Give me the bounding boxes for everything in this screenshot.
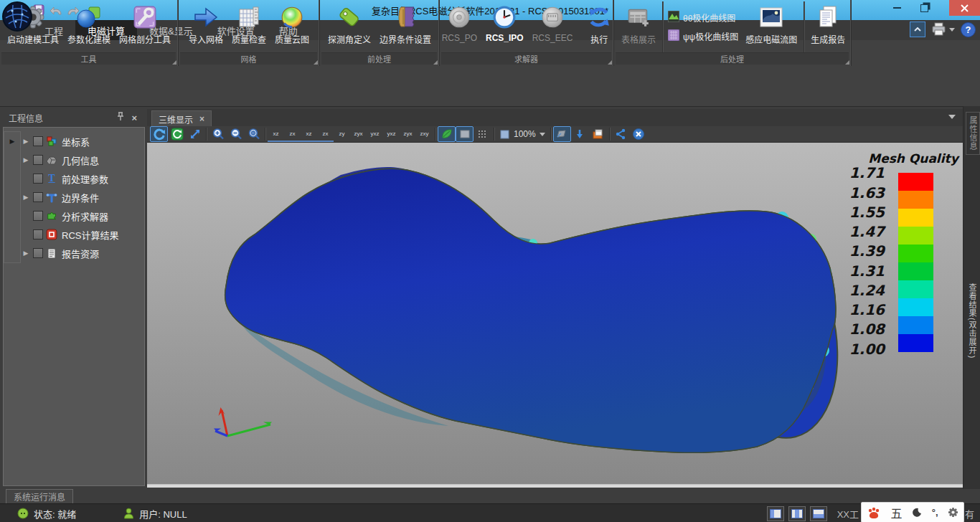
mesh-partition-tool-button[interactable]: 网格剖分工具 [115, 1, 175, 54]
expander-icon[interactable]: ▶ [21, 138, 31, 145]
help-button[interactable]: ? [961, 22, 976, 37]
theta-polar-curve-button[interactable]: θθ极化曲线图 [668, 11, 738, 24]
tree-item-geometry-info[interactable]: ▶ 几何信息 [4, 151, 143, 169]
quality-cloud-button[interactable]: 质量云图 [270, 1, 314, 54]
zoom-level-dropdown[interactable]: 100% [496, 127, 548, 141]
group-expand-icon[interactable] [608, 60, 612, 65]
spin-view-button[interactable] [168, 126, 186, 142]
group-expand-icon[interactable] [845, 60, 849, 65]
tab-view-results[interactable]: 查看结果(双击展开) [966, 264, 979, 379]
view-zy-button[interactable]: zy [334, 126, 350, 142]
tree-item-preprocess-params[interactable]: T 前处理参数 [4, 169, 143, 188]
tree-item-rcs-results[interactable]: RCS计算结果 [4, 225, 143, 244]
tree-checkbox[interactable] [33, 192, 43, 202]
zoom-in-button[interactable] [209, 126, 227, 142]
capture-window-button[interactable] [589, 126, 607, 142]
panel-close-icon[interactable]: × [131, 113, 137, 123]
tree-item-report-resources[interactable]: ▶ 报告资源 [4, 244, 143, 262]
rcs-eec-button[interactable]: RCS_EEC [528, 1, 578, 54]
tree-item-boundary-condition[interactable]: ▶ 边界条件 [4, 188, 143, 207]
drop-down-view-button[interactable] [571, 126, 589, 142]
project-tree: ▶ ▶ 坐标系 ▶ 几何信息 T 前处理参数 ▶ 边界条件 [3, 127, 145, 486]
tree-gutter-cell[interactable] [4, 169, 21, 189]
zoom-fit-button[interactable] [245, 126, 263, 142]
viewport-bottom-scroll-strip[interactable] [147, 484, 963, 488]
group-expand-icon[interactable] [314, 60, 318, 65]
ribbon-group-preprocess: 探测角定义 边界条件设置 前处理 [320, 0, 440, 66]
import-mesh-button[interactable]: 导入网格 [184, 1, 227, 54]
tree-gutter-cell[interactable] [4, 188, 21, 207]
rcs-po-button[interactable]: RCS_PO [438, 1, 481, 54]
rotate-view-button[interactable] [150, 126, 168, 142]
psi-polar-curve-button[interactable]: ψψ极化曲线图 [668, 29, 738, 43]
table-display-button[interactable]: 表格展示 [617, 1, 660, 54]
app-logo-icon[interactable] [1, 1, 33, 32]
tab-property-info[interactable]: 属性信息 [966, 112, 980, 155]
pan-view-button[interactable] [186, 126, 204, 142]
tree-gutter-cell[interactable] [4, 225, 21, 245]
view-zx2-button[interactable]: zx [317, 126, 334, 142]
close-button[interactable] [949, 0, 980, 16]
pin-icon[interactable] [117, 112, 124, 123]
view-iso1-button[interactable]: zyx [350, 126, 367, 142]
generate-report-button[interactable]: 生成报告 [806, 1, 849, 54]
expander-icon[interactable]: ▶ [21, 156, 31, 163]
tree-gutter-cell[interactable] [4, 207, 21, 226]
tab-system-messages[interactable]: 系统运行消息 [6, 489, 73, 503]
tree-item-analysis-solver[interactable]: 分析求解器 [4, 207, 143, 225]
group-expand-icon[interactable] [172, 60, 176, 65]
tab-close-icon[interactable]: × [199, 114, 204, 124]
flat-mode-button[interactable] [456, 126, 473, 142]
induced-current-map-button[interactable]: 感应电磁流图 [741, 1, 801, 54]
ime-toolbar[interactable]: 五 °, [861, 502, 964, 522]
select-region-button[interactable] [553, 126, 571, 142]
view-iso4-button[interactable]: zyx [400, 126, 416, 142]
ime-logo-paw-icon[interactable] [867, 506, 881, 519]
boundary-condition-button[interactable]: 边界条件设置 [375, 1, 435, 54]
tree-gutter-cell[interactable] [4, 151, 21, 170]
tab-list-dropdown-icon[interactable] [948, 115, 956, 119]
print-dropdown-icon[interactable] [949, 28, 955, 32]
quality-check-button[interactable]: 质量检查 [227, 1, 270, 54]
probe-angle-button[interactable]: 探测角定义 [324, 1, 375, 54]
parametric-modeling-button[interactable]: 参数化建模 [63, 1, 115, 54]
view-iso5-button[interactable]: zxy [416, 126, 433, 142]
execute-button[interactable]: 执行 [583, 1, 616, 54]
ime-mode-char[interactable]: 五 [890, 504, 902, 521]
zoom-out-button[interactable] [227, 126, 245, 142]
expander-icon[interactable]: ▶ [21, 250, 31, 257]
print-button[interactable] [931, 22, 955, 37]
maximize-button[interactable] [913, 0, 936, 16]
tab-3d-display[interactable]: 三维显示 × [151, 110, 212, 127]
shaded-mode-button[interactable] [438, 126, 456, 142]
expander-icon[interactable]: ▶ [21, 194, 31, 201]
view-iso3-button[interactable]: yxz [383, 126, 400, 142]
layout-left-panel-button[interactable] [767, 506, 784, 521]
view-zx-button[interactable]: zx [284, 126, 301, 142]
minimize-button[interactable] [885, 0, 908, 16]
tree-gutter-cell[interactable] [4, 244, 21, 263]
layout-center-panel-button[interactable] [788, 506, 806, 521]
tree-checkbox[interactable] [33, 248, 43, 258]
group-expand-icon[interactable] [433, 60, 438, 65]
view-xz2-button[interactable]: xz [301, 126, 317, 142]
tree-checkbox[interactable] [33, 174, 43, 184]
view-iso2-button[interactable]: yxz [367, 126, 383, 142]
view-xz-button[interactable]: xz [268, 126, 284, 142]
ime-settings-gear-icon[interactable] [948, 507, 958, 518]
wireframe-mode-button[interactable] [473, 126, 491, 142]
layout-bottom-panel-button[interactable] [810, 506, 827, 521]
collapse-ribbon-button[interactable] [910, 22, 925, 37]
rcs-ipo-button[interactable]: RCS_IPO [481, 1, 528, 54]
tree-checkbox[interactable] [33, 155, 43, 165]
tree-checkbox[interactable] [33, 136, 43, 146]
ime-punct-toggle[interactable]: °, [932, 507, 938, 518]
tree-checkbox[interactable] [33, 229, 43, 239]
tree-gutter-cell[interactable]: ▶ [4, 131, 21, 151]
tree-checkbox[interactable] [33, 211, 43, 221]
close-view-button[interactable] [630, 126, 648, 142]
ime-moon-icon[interactable] [912, 508, 922, 518]
viewport-3d[interactable]: Mesh Quality 1.71 1.63 1.55 1.47 1.39 1.… [147, 143, 963, 488]
share-view-button[interactable] [612, 126, 630, 142]
tree-item-coordinate-system[interactable]: ▶ ▶ 坐标系 [4, 132, 143, 151]
